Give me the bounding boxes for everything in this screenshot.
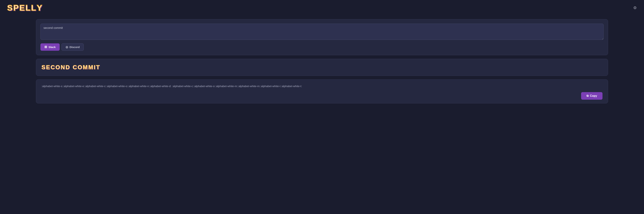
title-char-c: C <box>51 64 56 71</box>
output-text: :alphabet-white-s::alphabet-white-e::alp… <box>42 84 602 89</box>
logo-char-s: S <box>7 3 13 12</box>
title-char-t: T <box>96 64 100 71</box>
logo-char-p: P <box>13 3 20 12</box>
copy-row: ⧉ Copy <box>42 92 602 100</box>
discord-icon: ◎ <box>66 45 68 49</box>
logo-char-l1: L <box>26 3 31 12</box>
slack-button[interactable]: ⊞ Slack <box>40 43 60 51</box>
title-char-e: E <box>46 64 50 71</box>
title-char-m2: M <box>88 64 94 71</box>
title-char-s: S <box>42 64 46 71</box>
slack-button-label: Slack <box>48 46 56 49</box>
title-char-o: O <box>56 64 61 71</box>
output-card: :alphabet-white-s::alphabet-white-e::alp… <box>36 79 608 104</box>
slack-icon: ⊞ <box>44 45 47 49</box>
logo-char-l2: L <box>31 3 37 12</box>
input-card: ⊞ Slack ◎ Discord <box>36 19 608 55</box>
text-input[interactable] <box>40 24 604 40</box>
title-card: SECOND COMMIT <box>36 59 608 76</box>
copy-button-label: Copy <box>590 94 597 98</box>
discord-button[interactable]: ◎ Discord <box>62 43 84 51</box>
copy-button[interactable]: ⧉ Copy <box>581 92 602 100</box>
title-char-i: I <box>94 64 96 71</box>
platform-buttons: ⊞ Slack ◎ Discord <box>40 43 604 51</box>
logo-char-y: Y <box>37 3 43 12</box>
main-content: ⊞ Slack ◎ Discord SECOND COMMIT :alphabe… <box>0 16 644 107</box>
header: SPELLY ⚙ <box>0 0 644 16</box>
title-char-n: N <box>61 64 66 71</box>
app-logo: SPELLY <box>7 3 43 12</box>
title-char-m1: M <box>83 64 88 71</box>
settings-icon[interactable]: ⚙ <box>633 5 637 10</box>
copy-icon: ⧉ <box>586 94 588 98</box>
title-char-c2: C <box>73 64 78 71</box>
discord-button-label: Discord <box>70 46 80 49</box>
title-char-o2: O <box>78 64 83 71</box>
title-char-d: D <box>66 64 70 71</box>
logo-char-e: E <box>20 3 26 12</box>
result-title: SECOND COMMIT <box>42 64 602 71</box>
